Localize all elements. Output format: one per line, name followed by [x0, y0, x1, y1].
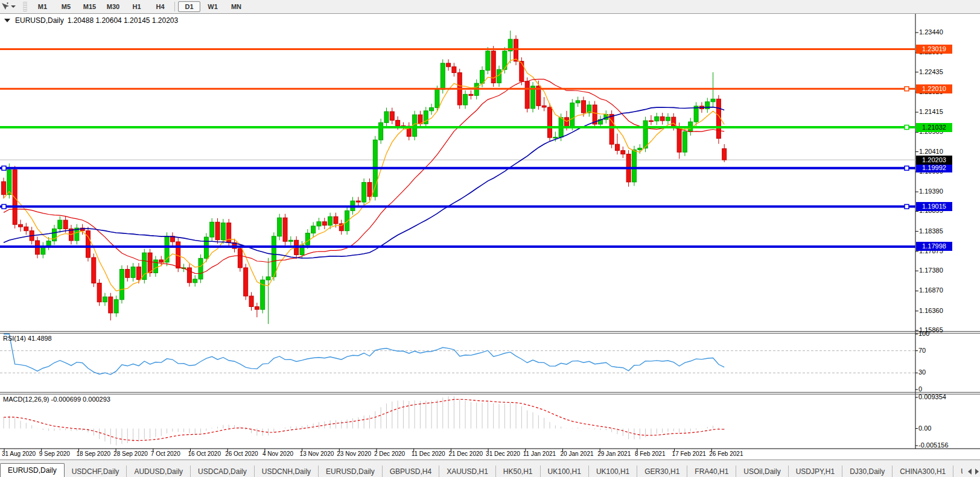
symbol-tabbar: EURUSD,DailyUSDCHF,DailyAUDUSD,DailyUSDC… [0, 460, 980, 477]
rsi-axis-label: 0 [918, 385, 922, 393]
symbol-tab-usdcnh-daily[interactable]: USDCNH,Daily [254, 466, 318, 477]
symbol-tab-uk100-h1[interactable]: UK100,H1 [588, 466, 637, 477]
symbol-tab-usoil-daily[interactable]: USOil,Daily [736, 466, 788, 477]
price-tick-label: 1.17380 [919, 267, 943, 274]
symbol-tab-hk50-h1[interactable]: HK50,H1 [495, 466, 540, 477]
line-handle-left[interactable] [2, 204, 6, 209]
macd-name: MACD(12,26,9) [3, 396, 49, 403]
date-axis-label: 31 Aug 2020 [2, 450, 36, 457]
line-handle-right[interactable] [905, 125, 909, 130]
candle-body [649, 121, 653, 122]
timeframe-button-MN[interactable]: MN [225, 1, 247, 12]
current-price-badge: 1.20203 [916, 156, 952, 165]
date-axis-label: 21 Dec 2020 [448, 450, 483, 457]
crosshair-tool-icon[interactable] [0, 1, 18, 13]
candle-body [199, 258, 203, 279]
symbol-tab-eurusd-daily[interactable]: EURUSD,Daily [0, 463, 65, 477]
symbol-tab-xauusd-h1[interactable]: XAUUSD,H1 [439, 466, 495, 477]
tool-dropdown-caret-icon[interactable] [11, 5, 16, 8]
chart-ohlc-values: 1.20488 1.20604 1.20145 1.20203 [68, 16, 179, 25]
date-axis-label: 4 Nov 2020 [262, 450, 293, 457]
symbol-tabs: EURUSD,DailyUSDCHF,DailyAUDUSD,DailyUSDC… [0, 463, 962, 477]
macd-indicator-label: MACD(12,26,9) -0.000699 0.000293 [3, 396, 110, 403]
date-axis-label: 18 Sep 2020 [76, 450, 110, 457]
symbol-tab-usdcad-daily[interactable]: USDCAD,Daily [190, 466, 254, 477]
candle-body [92, 257, 96, 283]
tab-scroll-arrows [968, 469, 979, 475]
chart-menu-caret-icon[interactable] [4, 19, 10, 22]
candle-body [632, 150, 636, 182]
line-handle-right[interactable] [905, 166, 909, 170]
timeframe-button-D1[interactable]: D1 [178, 1, 200, 12]
date-axis-label: 9 Sep 2020 [39, 450, 70, 457]
symbol-tab-gbpusd-h4[interactable]: GBPUSD,H4 [382, 466, 439, 477]
candle-body [666, 117, 670, 121]
symbol-tab-fra40-h1[interactable]: FRA40,H1 [687, 466, 736, 477]
candle-body [221, 223, 225, 240]
candle-body [396, 120, 400, 125]
line-handle-right[interactable] [905, 87, 909, 91]
symbol-tab-china300-h1[interactable]: CHINA300,H1 [892, 466, 953, 477]
candle-body [638, 148, 642, 150]
timeframe-button-W1[interactable]: W1 [202, 1, 224, 12]
price-tick-label: 1.18385 [919, 227, 943, 235]
candle-body [520, 62, 524, 81]
candle-body [576, 101, 580, 103]
date-axis-label: 17 Feb 2021 [672, 450, 706, 457]
symbol-tab-usdchf-daily[interactable]: USDCHF,Daily [65, 466, 127, 477]
toolbar-separator [174, 2, 175, 11]
symbol-tab-ger30-h1[interactable]: GER30,H1 [637, 466, 687, 477]
symbol-tab-usoil-[interactable]: USOil, [953, 466, 962, 477]
symbol-tab-dj30-daily[interactable]: DJ30,Daily [842, 466, 892, 477]
candle-body [119, 270, 124, 300]
candle-body [514, 39, 518, 62]
candle-body [334, 216, 338, 224]
candle-body [255, 307, 259, 310]
candle-body [238, 248, 242, 268]
date-axis-label: 28 Sep 2020 [113, 450, 148, 457]
tab-scroll-right-icon[interactable] [975, 469, 979, 475]
timeframe-button-H1[interactable]: H1 [126, 1, 148, 12]
price-tick-label: 1.16360 [919, 307, 943, 314]
candle-body [266, 277, 270, 280]
candle-body [148, 253, 152, 273]
symbol-tab-audusd-daily[interactable]: AUDUSD,Daily [126, 466, 190, 477]
timeframe-button-M15[interactable]: M15 [78, 1, 101, 12]
symbol-tab-eurusd-daily[interactable]: EURUSD,Daily [318, 466, 382, 477]
chart-area[interactable]: EURUSD,Daily 1.20488 1.20604 1.20145 1.2… [0, 13, 980, 460]
candle-body [682, 131, 687, 152]
date-axis-label: 11 Jan 2021 [523, 450, 556, 457]
date-axis-label: 31 Dec 2020 [486, 450, 520, 457]
price-tick-label: 1.19390 [919, 188, 943, 195]
date-axis-label: 26 Feb 2021 [709, 450, 743, 457]
rsi-axis-label: 30 [918, 368, 926, 376]
date-axis-label: 20 Jan 2021 [561, 450, 594, 457]
symbol-tab-usdjpy-h1[interactable]: USDJPY,H1 [788, 466, 842, 477]
candle-body [305, 233, 310, 245]
candle-body [722, 149, 727, 160]
candle-body [655, 117, 659, 121]
candle-body [368, 182, 372, 196]
timeframe-button-M1[interactable]: M1 [31, 1, 54, 12]
candle-body [46, 241, 51, 246]
price-tick-label: 1.23440 [919, 28, 943, 36]
candle-body [114, 300, 118, 313]
price-tick-label: 1.21415 [919, 108, 943, 115]
candle-body [311, 226, 316, 233]
timeframe-button-M30[interactable]: M30 [102, 1, 124, 12]
candle-body [384, 112, 389, 122]
symbol-tab-uk100-h1[interactable]: UK100,H1 [540, 466, 588, 477]
tab-scroll-left-icon[interactable] [968, 469, 972, 475]
candle-body [677, 127, 681, 152]
macd-axis-label: 0.00 [918, 425, 931, 432]
candle-body [283, 218, 287, 241]
date-axis-label: 16 Oct 2020 [188, 450, 221, 457]
timeframe-button-M5[interactable]: M5 [55, 1, 77, 12]
toolbar-grip-handle[interactable] [23, 2, 27, 11]
line-handle-left[interactable] [2, 166, 6, 170]
chart-title: EURUSD,Daily 1.20488 1.20604 1.20145 1.2… [4, 16, 178, 25]
candle-body [249, 296, 253, 307]
rsi-axis-label: 70 [918, 347, 926, 354]
timeframe-button-H4[interactable]: H4 [149, 1, 171, 12]
line-handle-right[interactable] [905, 204, 909, 209]
